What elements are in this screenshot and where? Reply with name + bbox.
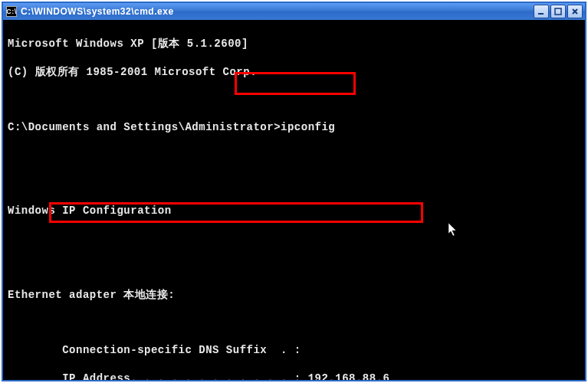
svg-rect-0	[538, 13, 544, 15]
os-version-line: Microsoft Windows XP [版本 5.1.2600]	[8, 37, 580, 51]
close-button[interactable]	[567, 5, 583, 18]
maximize-button[interactable]	[550, 5, 566, 18]
minimize-button[interactable]	[534, 5, 549, 18]
titlebar[interactable]: C:\ C:\WINDOWS\system32\cmd.exe	[3, 3, 585, 20]
copyright-line: (C) 版权所有 1985-2001 Microsoft Corp.	[8, 65, 580, 79]
command-ipconfig: ipconfig	[281, 121, 335, 133]
prompt-line-1: C:\Documents and Settings\Administrator>…	[8, 120, 580, 134]
terminal-output[interactable]: Microsoft Windows XP [版本 5.1.2600] (C) 版…	[3, 20, 585, 380]
svg-rect-1	[555, 8, 561, 15]
ipconfig-header: Windows IP Configuration	[8, 204, 580, 218]
dns-suffix-line: Connection-specific DNS Suffix . :	[8, 343, 580, 357]
window-controls	[534, 5, 583, 18]
cmd-window: C:\ C:\WINDOWS\system32\cmd.exe Microsof…	[2, 2, 586, 381]
adapter-local: Ethernet adapter 本地连接:	[8, 288, 580, 302]
ip-address-line: IP Address. . . . . . . . . . . . : 192.…	[8, 372, 580, 380]
prompt-path: C:\Documents and Settings\Administrator>	[8, 121, 281, 133]
cmd-icon: C:\	[6, 6, 17, 17]
window-title: C:\WINDOWS\system32\cmd.exe	[21, 6, 534, 17]
